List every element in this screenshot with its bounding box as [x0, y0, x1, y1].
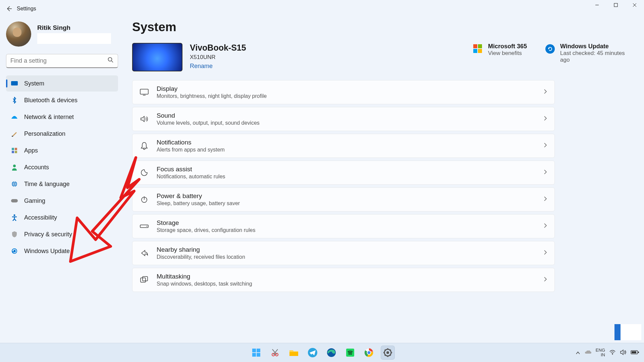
card-title: Notifications — [157, 139, 536, 146]
weather-accent — [614, 324, 621, 340]
tray-wifi-icon[interactable] — [609, 350, 616, 356]
card-sub: Sleep, battery usage, battery saver — [157, 200, 536, 206]
card-sub: Discoverability, received files location — [157, 254, 536, 260]
taskbar-start-button[interactable] — [250, 346, 263, 359]
svg-line-43 — [385, 350, 386, 351]
taskbar-edge-icon[interactable] — [325, 346, 338, 359]
card-sub: Notifications, automatic rules — [157, 174, 536, 180]
card-sound[interactable]: SoundVolume levels, output, input, sound… — [132, 107, 555, 131]
chevron-right-icon — [544, 196, 547, 203]
svg-rect-50 — [632, 351, 636, 353]
card-power[interactable]: Power & batterySleep, battery usage, bat… — [132, 187, 555, 212]
taskbar-telegram-icon[interactable] — [306, 346, 319, 359]
card-display[interactable]: DisplayMonitors, brightness, night light… — [132, 80, 555, 104]
card-nearby-sharing[interactable]: Nearby sharingDiscoverability, received … — [132, 241, 555, 265]
device-model: X510UNR — [190, 54, 246, 61]
tray-onedrive-icon[interactable] — [584, 350, 592, 356]
rename-link[interactable]: Rename — [190, 63, 213, 70]
focus-assist-icon — [140, 168, 149, 177]
chevron-right-icon — [544, 116, 547, 123]
sidebar-item-accounts[interactable]: Accounts — [6, 159, 118, 175]
card-storage[interactable]: StorageStorage space, drives, configurat… — [132, 214, 555, 238]
sidebar-item-system[interactable]: System — [6, 75, 118, 92]
taskbar-snip-icon[interactable] — [268, 346, 282, 359]
svg-rect-49 — [638, 352, 639, 353]
sidebar-item-bluetooth[interactable]: Bluetooth & devices — [6, 92, 118, 108]
svg-line-46 — [385, 355, 386, 356]
user-block[interactable]: Ritik Singh — [6, 21, 118, 47]
svg-point-13 — [14, 215, 15, 216]
search-input[interactable] — [10, 57, 108, 64]
svg-rect-29 — [289, 352, 298, 356]
svg-rect-8 — [12, 151, 14, 153]
tray-volume-icon[interactable] — [620, 349, 627, 356]
user-email-redacted — [37, 33, 111, 44]
content-area: System VivoBook-S15 X510UNR Rename Micro… — [124, 17, 644, 344]
avatar — [6, 21, 31, 47]
sidebar-item-time[interactable]: Time & language — [6, 176, 118, 192]
device-name: VivoBook-S15 — [190, 43, 246, 53]
sidebar-item-accessibility[interactable]: Accessibility — [6, 209, 118, 226]
card-multitasking[interactable]: MultitaskingSnap windows, desktops, task… — [132, 268, 555, 292]
sidebar-item-personalization[interactable]: Personalization — [6, 126, 118, 142]
system-tray[interactable]: ENG IN — [576, 343, 639, 362]
svg-rect-15 — [140, 89, 148, 94]
card-sub: Monitors, brightness, night light, displ… — [157, 93, 536, 99]
chevron-right-icon — [544, 142, 547, 149]
svg-rect-22 — [143, 277, 148, 281]
privacy-icon — [11, 231, 18, 238]
tray-chevron-up-icon[interactable] — [576, 350, 580, 356]
svg-rect-4 — [11, 81, 18, 85]
maximize-button[interactable] — [606, 0, 625, 10]
user-name: Ritik Singh — [37, 24, 111, 32]
device-thumbnail[interactable] — [132, 43, 182, 71]
card-notifications[interactable]: NotificationsAlerts from apps and system — [132, 134, 555, 158]
svg-rect-6 — [12, 148, 14, 150]
accessibility-icon — [11, 214, 18, 221]
close-button[interactable] — [625, 0, 644, 10]
svg-rect-21 — [141, 278, 146, 282]
sidebar-item-windows-update[interactable]: Windows Update — [6, 243, 118, 259]
card-title: Power & battery — [157, 192, 536, 200]
sidebar-item-label: Time & language — [24, 181, 69, 188]
status-title: Microsoft 365 — [488, 43, 527, 50]
card-focus-assist[interactable]: Focus assistNotifications, automatic rul… — [132, 161, 555, 185]
tray-language[interactable]: ENG IN — [596, 348, 605, 358]
sound-icon — [140, 115, 149, 123]
sidebar-item-gaming[interactable]: Gaming — [6, 193, 118, 209]
search-box[interactable] — [6, 54, 118, 68]
svg-point-2 — [108, 58, 112, 61]
sidebar-item-label: Bluetooth & devices — [24, 97, 77, 104]
window-title: Settings — [17, 6, 36, 12]
svg-rect-7 — [15, 148, 17, 150]
taskbar-explorer-icon[interactable] — [287, 346, 301, 359]
chevron-right-icon — [544, 89, 547, 96]
taskbar-chrome-icon[interactable] — [362, 346, 376, 359]
sidebar-item-apps[interactable]: Apps — [6, 142, 118, 159]
sidebar-item-label: Apps — [24, 147, 38, 154]
sidebar-item-network[interactable]: Network & internet — [6, 109, 118, 125]
taskbar-spotify-icon[interactable] — [343, 346, 357, 359]
card-title: Sound — [157, 112, 536, 119]
svg-line-45 — [390, 350, 391, 351]
card-sub: Volume levels, output, input, sound devi… — [157, 120, 536, 126]
card-title: Nearby sharing — [157, 246, 536, 253]
svg-rect-5 — [12, 136, 13, 137]
windows-update-icon — [11, 247, 18, 255]
sidebar-item-label: Network & internet — [24, 114, 74, 121]
svg-point-10 — [13, 165, 16, 167]
nearby-sharing-icon — [140, 249, 149, 257]
svg-rect-23 — [252, 349, 256, 352]
status-microsoft-365[interactable]: Microsoft 365 View benefits — [473, 43, 527, 57]
back-button[interactable] — [4, 4, 14, 14]
sidebar-item-privacy[interactable]: Privacy & security — [6, 226, 118, 242]
weather-widget[interactable] — [614, 324, 641, 340]
sidebar-item-label: Personalization — [24, 130, 65, 137]
card-sub: Alerts from apps and system — [157, 147, 536, 153]
taskbar-settings-icon[interactable] — [381, 346, 394, 359]
minimize-button[interactable] — [588, 0, 606, 10]
window-controls — [588, 0, 644, 10]
tray-battery-icon[interactable] — [631, 350, 639, 356]
status-windows-update[interactable]: Windows Update Last checked: 45 minutes … — [545, 43, 631, 63]
update-icon — [545, 44, 555, 54]
